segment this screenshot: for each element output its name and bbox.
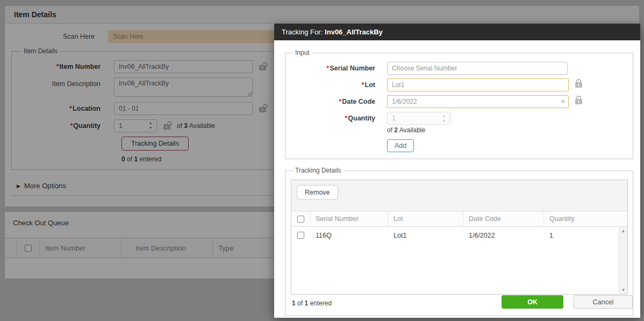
vertical-scrollbar[interactable]: ▲ ▼ — [619, 227, 627, 294]
grid-header-row: Serial Number Lot Date Code Quantity — [291, 211, 627, 227]
lock-icon[interactable] — [575, 99, 582, 104]
serial-number-label: *Serial Number — [291, 65, 375, 72]
grid-column-lot: Lot — [388, 211, 463, 226]
spinner-down-icon: ▼ — [442, 118, 446, 123]
dialog-title-item: Inv06_AllTrackBy — [325, 28, 383, 36]
cancel-button[interactable]: Cancel — [574, 295, 633, 309]
ok-button[interactable]: OK — [502, 295, 563, 309]
tracking-dialog: Tracking For:Inv06_AllTrackBy Input *Ser… — [274, 24, 640, 318]
lot-label: *Lot — [291, 81, 375, 89]
cell-serial-number: 116Q — [310, 227, 388, 244]
lot-input[interactable] — [387, 79, 569, 91]
modal-quantity-stepper: ▲ ▼ — [387, 112, 450, 125]
scroll-up-icon[interactable]: ▲ — [621, 229, 626, 233]
input-fieldset: Input *Serial Number *Lot *Date Code × * — [285, 49, 633, 159]
table-row[interactable]: 116Q Lot1 1/6/2022 1 — [291, 227, 619, 244]
add-button[interactable]: Add — [387, 139, 414, 152]
grid-select-all-checkbox[interactable] — [297, 216, 304, 223]
spinner-up-icon: ▲ — [442, 113, 446, 118]
tracking-details-legend: Tracking Details — [293, 167, 344, 174]
dialog-title-prefix: Tracking For: — [282, 28, 323, 36]
cell-date-code: 1/6/2022 — [463, 227, 544, 244]
row-checkbox[interactable] — [297, 232, 304, 239]
clear-date-icon[interactable]: × — [561, 97, 565, 105]
remove-button[interactable]: Remove — [297, 185, 338, 199]
tracking-grid: Remove Serial Number Lot Date Code Quant… — [291, 180, 628, 295]
date-code-label: *Date Code — [291, 98, 375, 105]
grid-column-quantity: Quantity — [544, 211, 627, 226]
modal-available-text: of 2 Available — [387, 126, 633, 134]
modal-quantity-label: *Quantity — [291, 115, 375, 122]
serial-number-input[interactable] — [387, 62, 568, 75]
cell-quantity: 1 — [544, 227, 619, 244]
input-fieldset-legend: Input — [293, 49, 312, 56]
grid-toolbar: Remove — [291, 180, 627, 211]
date-code-input[interactable] — [387, 95, 569, 108]
grid-body: 116Q Lot1 1/6/2022 1 — [291, 227, 619, 294]
scroll-down-icon[interactable]: ▼ — [621, 288, 626, 293]
grid-column-serial-number: Serial Number — [310, 211, 388, 226]
lock-icon[interactable] — [575, 82, 582, 88]
dialog-titlebar: Tracking For:Inv06_AllTrackBy — [274, 24, 640, 40]
grid-column-date-code: Date Code — [463, 211, 544, 226]
tracking-details-fieldset: Tracking Details Remove Serial Number Lo… — [285, 167, 633, 316]
cell-lot: Lot1 — [388, 227, 463, 244]
